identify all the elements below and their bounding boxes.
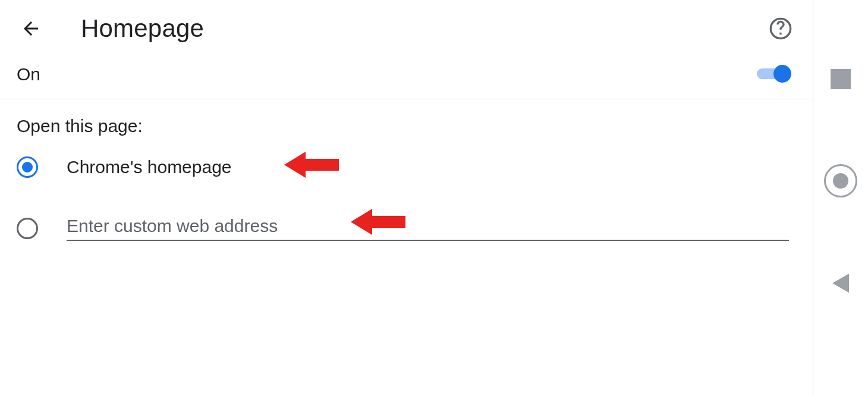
toggle-thumb xyxy=(773,65,791,83)
help-icon xyxy=(769,17,792,40)
toggle-label: On xyxy=(17,64,40,84)
homepage-toggle[interactable] xyxy=(757,65,791,84)
option-custom-url-row xyxy=(0,192,813,255)
option-chrome-homepage-row: Chrome's homepage xyxy=(0,142,813,192)
custom-url-input[interactable] xyxy=(67,216,789,236)
stop-button[interactable] xyxy=(831,69,851,89)
radio-chrome-homepage[interactable] xyxy=(17,156,38,178)
play-back-button[interactable] xyxy=(832,274,849,293)
right-sidebar xyxy=(813,0,868,395)
svg-marker-0 xyxy=(284,152,339,178)
page-title: Homepage xyxy=(81,14,766,43)
custom-url-input-wrap xyxy=(67,216,789,241)
record-button[interactable] xyxy=(824,164,857,198)
help-button[interactable] xyxy=(766,14,795,43)
record-icon xyxy=(833,173,848,189)
settings-panel: Homepage On Open this page: Chrome's hom… xyxy=(0,0,813,395)
radio-custom-url[interactable] xyxy=(17,218,38,239)
header: Homepage xyxy=(0,0,813,57)
homepage-toggle-row: On xyxy=(0,57,813,99)
annotation-arrow-icon xyxy=(284,149,339,180)
arrow-left-icon xyxy=(20,18,42,39)
radio-chrome-homepage-label: Chrome's homepage xyxy=(67,157,232,177)
back-button[interactable] xyxy=(17,14,45,43)
section-label: Open this page: xyxy=(0,99,813,142)
